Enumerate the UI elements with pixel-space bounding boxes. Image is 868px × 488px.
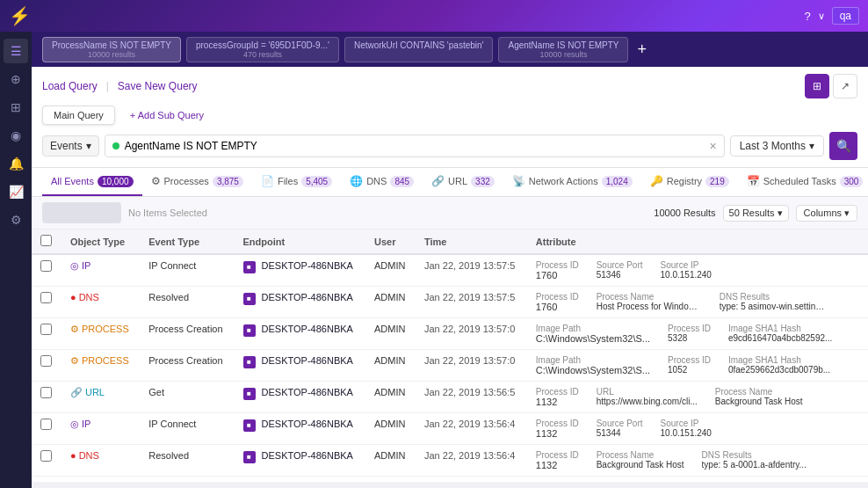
select-all-checkbox[interactable] <box>40 235 52 246</box>
filter-tab-0[interactable]: ProcessName IS NOT EMPTY 10000 results <box>42 37 181 62</box>
bulk-actions-placeholder <box>42 202 121 223</box>
tab-all-events[interactable]: All Events 10,000 <box>42 169 142 196</box>
scheduled-tasks-count: 300 <box>840 176 864 187</box>
row-checkbox[interactable] <box>40 355 52 367</box>
registry-count: 219 <box>705 176 729 187</box>
sidebar-icon-dashboard[interactable]: ⊞ <box>4 95 28 120</box>
row-event-type: Resolved <box>140 287 234 318</box>
object-type-label: IP <box>82 419 90 429</box>
tab-registry[interactable]: 🔑 Registry 219 <box>641 168 738 196</box>
files-label: Files <box>278 176 298 186</box>
clear-search-icon[interactable]: × <box>709 139 716 153</box>
endpoint-name: DESKTOP-486NBKA <box>262 355 353 366</box>
object-type-label: PROCESS <box>82 355 129 366</box>
row-checkbox[interactable] <box>40 419 52 430</box>
columns-button[interactable]: Columns ▾ <box>796 205 857 222</box>
sidebar-icon-graph[interactable]: 📈 <box>4 179 28 204</box>
table-row: ◎ IP IP Connect ■ DESKTOP-486NBKA ADMIN … <box>32 254 868 287</box>
attr3-value: 10.0.151.240 <box>661 270 712 280</box>
filter-tab-3[interactable]: AgentName IS NOT EMPTY 10000 results <box>498 37 628 62</box>
tab-files[interactable]: 📄 Files 5,405 <box>252 168 341 196</box>
attr2-value: 51346 <box>597 270 643 280</box>
tab-processes[interactable]: ⚙ Processes 3,875 <box>142 168 252 196</box>
url-icon: 🔗 <box>431 175 445 187</box>
sidebar-icon-eye[interactable]: ◉ <box>4 123 28 148</box>
sidebar-icon-settings[interactable]: ⚙ <box>4 208 28 232</box>
toolbar-right: 10000 Results 50 Results ▾ Columns ▾ <box>654 205 857 222</box>
row-checkbox[interactable] <box>40 324 52 335</box>
attr3-label: Process Name <box>715 387 803 397</box>
endpoint-icon: ■ <box>243 419 256 432</box>
table-header-row: Object Type Event Type Endpoint User Tim… <box>32 229 868 254</box>
load-query-link[interactable]: Load Query <box>42 80 98 92</box>
search-input[interactable] <box>125 140 705 152</box>
chevron-icon[interactable]: ∨ <box>818 11 825 22</box>
row-checkbox[interactable] <box>40 450 52 462</box>
filter-tab-1[interactable]: processGroupId = '695D1F0D-9...' 470 res… <box>186 37 339 62</box>
row-checkbox-cell <box>32 350 61 382</box>
search-icon: 🔍 <box>836 139 851 153</box>
row-attribute: Image Path C:\Windows\System32\S... Proc… <box>527 318 850 350</box>
scheduled-tasks-icon: 📅 <box>747 175 760 187</box>
time-range-dropdown[interactable]: Last 3 Months ▾ <box>730 135 824 157</box>
object-type-icon: ◎ <box>70 419 79 429</box>
endpoint-icon: ■ <box>243 388 256 400</box>
row-user: ADMIN <box>365 382 416 413</box>
save-query-link[interactable]: Save New Query <box>118 80 198 92</box>
main-query-tab[interactable]: Main Query <box>42 106 115 125</box>
table-row: ● DNS Resolved ■ DESKTOP-486NBKA ADMIN J… <box>32 445 868 477</box>
tab-network-actions[interactable]: 📡 Network Actions 1,024 <box>503 168 641 196</box>
object-type-label: URL <box>85 387 105 397</box>
endpoint-name: DESKTOP-486NBKA <box>262 419 353 429</box>
attr3-value: type: 5 asimov-win.setting... <box>720 302 825 311</box>
th-checkbox <box>32 229 61 254</box>
logo-icon: ⚡ <box>9 5 31 26</box>
network-label: Network Actions <box>529 176 598 186</box>
row-time: Jan 22, 2019 13:56:4 <box>416 477 527 483</box>
add-filter-button[interactable]: + <box>633 40 650 59</box>
attr3-value: 0fae259662d3cdb0079b... <box>728 365 830 375</box>
per-page-dropdown[interactable]: 50 Results ▾ <box>723 205 789 222</box>
grid-view-button[interactable]: ⊞ <box>805 74 829 98</box>
row-object-type: ● DNS <box>61 445 140 477</box>
tab-scheduled-tasks[interactable]: 📅 Scheduled Tasks 300 <box>738 168 868 196</box>
th-extra <box>850 229 868 254</box>
row-checkbox[interactable] <box>40 292 52 303</box>
data-table: Object Type Event Type Endpoint User Tim… <box>32 229 868 482</box>
row-checkbox[interactable] <box>40 260 52 272</box>
events-dropdown[interactable]: Events ▾ <box>42 135 99 157</box>
attr3-label: Image SHA1 Hash <box>728 355 830 365</box>
object-type-label: DNS <box>79 292 99 302</box>
url-label: URL <box>448 176 467 186</box>
th-endpoint: Endpoint <box>235 229 365 254</box>
user-badge[interactable]: qa <box>832 7 859 25</box>
filter-tab-2[interactable]: NetworkUrl CONTAINS 'pastebin' <box>344 37 494 62</box>
attr3-label: Image SHA1 Hash <box>728 324 832 333</box>
row-actions <box>850 350 868 382</box>
tab-dns[interactable]: 🌐 DNS 845 <box>341 168 423 196</box>
sidebar-icon-search[interactable]: ⊕ <box>4 67 28 91</box>
sub-query-tabs: Main Query + Add Sub Query <box>42 106 857 125</box>
help-icon[interactable]: ? <box>804 10 810 23</box>
row-time: Jan 22, 2019 13:57:0 <box>416 318 527 350</box>
object-type-label: PROCESS <box>82 324 129 334</box>
tab-url[interactable]: 🔗 URL 332 <box>423 168 503 196</box>
row-object-type: ◎ IP <box>61 477 140 483</box>
url-count: 332 <box>471 176 495 187</box>
attr1-value: C:\Windows\System32\S... <box>536 333 650 344</box>
row-user: ADMIN <box>365 413 416 445</box>
sidebar-icon-menu[interactable]: ☰ <box>4 39 28 63</box>
object-type-icon: 🔗 <box>70 387 83 397</box>
share-button[interactable]: ↗ <box>833 74 857 98</box>
row-checkbox[interactable] <box>40 387 52 398</box>
row-attribute: Image Path C:\Windows\System32\S... Proc… <box>527 350 850 382</box>
row-endpoint: ■ DESKTOP-486NBKA <box>235 382 365 413</box>
sidebar-icon-alert[interactable]: 🔔 <box>4 151 28 176</box>
add-sub-query-tab[interactable]: + Add Sub Query <box>119 106 215 125</box>
table-toolbar: No Items Selected 10000 Results 50 Resul… <box>32 197 868 229</box>
attr1-label: Image Path <box>536 355 650 365</box>
columns-chevron-icon: ▾ <box>844 208 850 219</box>
endpoint-icon: ■ <box>243 261 256 273</box>
search-button[interactable]: 🔍 <box>829 132 857 160</box>
row-user: ADMIN <box>365 287 416 318</box>
